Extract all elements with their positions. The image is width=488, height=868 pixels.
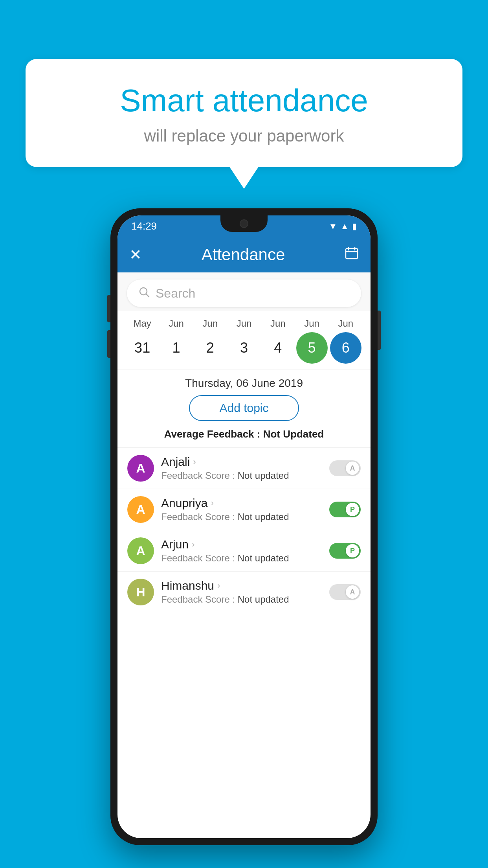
app-bar: ✕ Attendance — [117, 237, 371, 272]
student-avatar: A — [127, 496, 154, 523]
content-area: Thursday, 06 June 2019 Add topic Average… — [117, 370, 371, 612]
speech-bubble-container: Smart attendance will replace your paper… — [26, 59, 462, 167]
student-item[interactable]: AAnjali ›Feedback Score : Not updatedA — [117, 447, 371, 489]
phone-mockup: 14:29 ▼ ▲ ▮ ✕ Attendance — [110, 208, 378, 845]
student-feedback: Feedback Score : Not updated — [161, 470, 322, 481]
calendar-month: Jun — [160, 318, 192, 329]
absent-toggle[interactable]: A — [329, 460, 361, 476]
phone-camera — [240, 219, 248, 228]
student-info: Himanshu ›Feedback Score : Not updated — [161, 579, 322, 605]
student-info: Anupriya ›Feedback Score : Not updated — [161, 497, 322, 522]
calendar-date[interactable]: 4 — [262, 332, 294, 364]
student-item[interactable]: HHimanshu ›Feedback Score : Not updatedA — [117, 571, 371, 612]
volume-down-button[interactable] — [107, 330, 110, 358]
present-toggle[interactable]: P — [329, 502, 361, 517]
chevron-icon: › — [211, 498, 213, 508]
chevron-icon: › — [192, 539, 194, 550]
student-item[interactable]: AAnupriya ›Feedback Score : Not updatedP — [117, 489, 371, 530]
app-bar-title: Attendance — [202, 245, 285, 264]
student-name: Himanshu › — [161, 579, 322, 592]
absent-toggle[interactable]: A — [329, 584, 361, 600]
power-button[interactable] — [378, 311, 381, 350]
calendar-month: Jun — [262, 318, 294, 329]
signal-icon: ▲ — [340, 221, 349, 232]
student-name: Arjun › — [161, 538, 322, 551]
add-topic-button[interactable]: Add topic — [189, 395, 299, 421]
selected-date-label: Thursday, 06 June 2019 — [117, 370, 371, 395]
svg-rect-0 — [346, 248, 358, 259]
phone-notch — [220, 215, 268, 232]
avg-feedback-value: Not Updated — [263, 428, 324, 440]
student-item[interactable]: AArjun ›Feedback Score : Not updatedP — [117, 530, 371, 571]
student-avatar: A — [127, 455, 154, 482]
calendar-month: May — [127, 318, 158, 329]
phone-screen: 14:29 ▼ ▲ ▮ ✕ Attendance — [117, 215, 371, 838]
avg-feedback: Average Feedback : Not Updated — [117, 428, 371, 447]
calendar-months: MayJunJunJunJunJunJun — [121, 318, 367, 329]
calendar-date[interactable]: 1 — [160, 332, 192, 364]
student-name: Anupriya › — [161, 497, 322, 510]
student-info: Arjun ›Feedback Score : Not updated — [161, 538, 322, 564]
student-feedback: Feedback Score : Not updated — [161, 553, 322, 564]
status-icons: ▼ ▲ ▮ — [328, 221, 357, 232]
toggle-circle: P — [346, 544, 359, 557]
close-button[interactable]: ✕ — [129, 246, 142, 263]
calendar-month: Jun — [194, 318, 226, 329]
student-name: Anjali › — [161, 455, 322, 469]
phone-outer: 14:29 ▼ ▲ ▮ ✕ Attendance — [110, 208, 378, 845]
calendar-month: Jun — [296, 318, 328, 329]
calendar-date[interactable]: 5 — [296, 332, 328, 364]
student-info: Anjali ›Feedback Score : Not updated — [161, 455, 322, 481]
status-time: 14:29 — [131, 220, 157, 232]
calendar-dates[interactable]: 31123456 — [121, 329, 367, 370]
calendar-row: MayJunJunJunJunJunJun 31123456 — [117, 311, 371, 370]
student-feedback: Feedback Score : Not updated — [161, 511, 322, 522]
search-bar-container: Search — [117, 272, 371, 311]
search-placeholder-text: Search — [156, 286, 195, 301]
present-toggle[interactable]: P — [329, 543, 361, 559]
search-icon — [139, 286, 150, 301]
calendar-date[interactable]: 6 — [330, 332, 361, 364]
wifi-icon: ▼ — [328, 221, 337, 232]
calendar-date[interactable]: 2 — [194, 332, 226, 364]
toggle-circle: P — [346, 503, 359, 516]
svg-line-5 — [146, 294, 149, 297]
toggle-circle: A — [346, 585, 359, 599]
bubble-title: Smart attendance — [49, 83, 439, 119]
chevron-icon: › — [217, 581, 220, 591]
calendar-month: Jun — [330, 318, 361, 329]
calendar-date[interactable]: 3 — [228, 332, 260, 364]
student-avatar: A — [127, 537, 154, 564]
search-input[interactable]: Search — [127, 280, 361, 307]
calendar-month: Jun — [228, 318, 260, 329]
calendar-date[interactable]: 31 — [127, 332, 158, 364]
bubble-subtitle: will replace your paperwork — [49, 127, 439, 145]
calendar-button[interactable] — [345, 246, 359, 264]
student-avatar: H — [127, 579, 154, 605]
speech-bubble: Smart attendance will replace your paper… — [26, 59, 462, 167]
toggle-circle: A — [346, 462, 359, 475]
student-feedback: Feedback Score : Not updated — [161, 594, 322, 605]
student-list: AAnjali ›Feedback Score : Not updatedAAA… — [117, 447, 371, 612]
battery-icon: ▮ — [352, 221, 357, 232]
volume-up-button[interactable] — [107, 295, 110, 322]
chevron-icon: › — [193, 457, 196, 467]
avg-feedback-label: Average Feedback : — [164, 428, 261, 440]
